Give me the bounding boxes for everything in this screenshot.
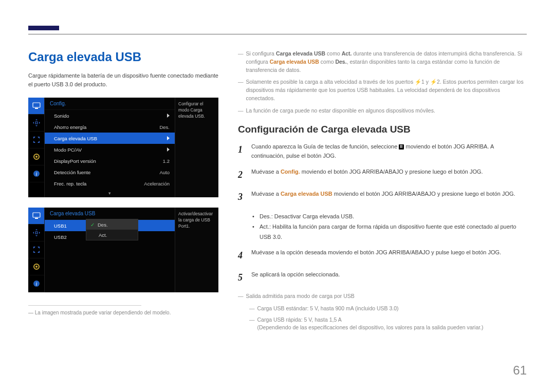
osd-option-dropdown: ✓Des. Act. (86, 219, 138, 240)
svg-rect-1 (35, 108, 38, 109)
move-icon (28, 225, 44, 241)
osd-header: Carga elevada USB (45, 208, 175, 220)
image-footnote: ― La imagen mostrada puede variar depend… (28, 310, 218, 315)
move-icon (28, 115, 44, 132)
info-icon: i (28, 275, 44, 292)
osd-screenshot-carga: i Carga elevada USB USB1 USB2 ✓Des. Act.… (28, 208, 218, 292)
left-column: Carga elevada USB Cargue rápidamente la … (28, 50, 218, 335)
step-1: 1 Cuando aparezca la Guía de teclas de f… (238, 142, 527, 160)
svg-text:i: i (35, 171, 37, 177)
osd-header: Config. (45, 98, 175, 110)
page-number: 61 (513, 363, 527, 378)
osd-menu-list: Carga elevada USB USB1 USB2 ✓Des. Act. (45, 208, 175, 292)
resize-icon (28, 241, 44, 258)
svg-rect-0 (33, 103, 40, 107)
osd-description: Configurar el modo Carga elevada USB. (175, 98, 218, 197)
chevron-right-icon (167, 114, 170, 118)
monitor-icon (28, 208, 44, 225)
osd-row-modo-pcav: Modo PC/AV (45, 144, 175, 155)
svg-rect-9 (35, 232, 38, 234)
intro-text: Cargue rápidamente la batería de un disp… (28, 71, 218, 88)
osd-description: Activar/desactivar la carga de USB Port1… (175, 208, 218, 292)
monitor-icon (28, 98, 44, 115)
note-ports: Solamente es posible la carga a alta vel… (238, 78, 527, 102)
osd-row-carga-elevada: Carga elevada USB (45, 133, 175, 144)
osd-row-ahorro: Ahorro energíaDes. (45, 121, 175, 133)
menu-icon: Ⅲ (399, 144, 404, 150)
gear-icon (28, 148, 44, 165)
header-accent-bar (28, 26, 59, 30)
option-bullets: •Des.: Desactivar Carga elevada USB. •Ac… (252, 212, 527, 242)
gear-icon (28, 258, 44, 275)
svg-text:i: i (35, 281, 37, 287)
chevron-right-icon (167, 147, 170, 152)
section-title: Configuración de Carga elevada USB (238, 124, 527, 135)
osd-row-deteccion: Detección fuenteAuto (45, 166, 175, 178)
osd-row-displayport: DisplayPort versión1.2 (45, 155, 175, 166)
bullet-des: •Des.: Desactivar Carga elevada USB. (252, 212, 527, 222)
scroll-down-icon: ▾ (45, 189, 175, 197)
osd-screenshot-config: i Config. Sonido Ahorro energíaDes. Carg… (28, 98, 218, 197)
resize-icon (28, 132, 44, 148)
option-act: Act. (86, 230, 138, 240)
step-2: 2 Muévase a Config. moviendo el botón JO… (238, 167, 527, 182)
osd-row-frec: Frec. rep. teclaAceleración (45, 178, 175, 189)
check-icon: ✓ (90, 222, 95, 228)
right-column: Si configura Carga elevada USB como Act.… (238, 50, 527, 335)
osd-row-sonido: Sonido (45, 110, 175, 121)
header-divider (28, 34, 527, 34)
step-5: 5 Se aplicará la opción seleccionada. (238, 270, 527, 285)
svg-rect-2 (35, 122, 38, 124)
osd-sidebar: i (28, 208, 45, 292)
osd-menu-list: Config. Sonido Ahorro energíaDes. Carga … (45, 98, 175, 197)
bullet-act: •Act.: Habilita la función para cargar d… (252, 222, 527, 242)
page-title: Carga elevada USB (28, 50, 218, 64)
footnote-separator (28, 305, 141, 306)
option-des: ✓Des. (86, 219, 138, 230)
chevron-right-icon (167, 136, 170, 140)
svg-rect-8 (35, 218, 38, 219)
svg-point-4 (35, 156, 38, 158)
osd-sidebar: i (28, 98, 45, 197)
note-output-supported: Salida admitida para modo de carga por U… (238, 292, 527, 301)
note-act-des: Si configura Carga elevada USB como Act.… (238, 50, 527, 74)
note-standard-charge: Carga USB estándar: 5 V, hasta 900 mA (i… (249, 305, 527, 313)
step-4: 4 Muévase a la opción deseada moviendo e… (238, 248, 527, 263)
note-mobile: La función de carga puede no estar dispo… (238, 107, 527, 115)
info-icon: i (28, 165, 44, 182)
step-3: 3 Muévase a Carga elevada USB moviendo e… (238, 190, 527, 204)
svg-rect-7 (33, 213, 40, 217)
note-fast-charge: Carga USB rápida: 5 V, hasta 1,5 A(Depen… (249, 316, 527, 332)
svg-point-11 (35, 266, 38, 268)
